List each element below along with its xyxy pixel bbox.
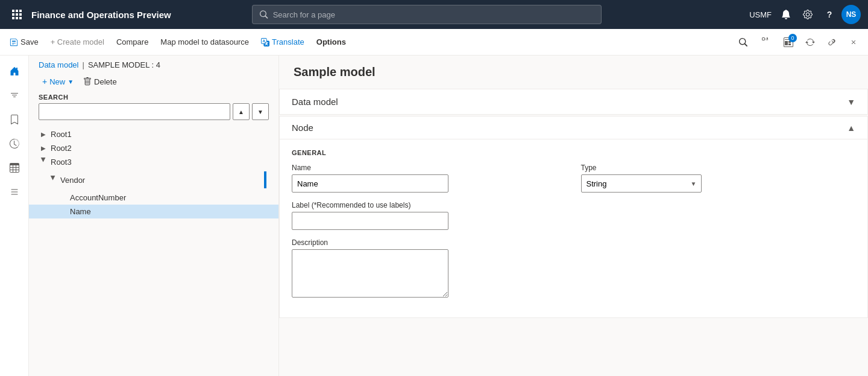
svg-rect-6: [12, 17, 14, 19]
tree-arrow-root3: ▶: [40, 158, 47, 167]
tree-item-vendor[interactable]: ▶ Vendor: [29, 169, 278, 191]
tree-item-label-accountnumber: AccountNumber: [70, 193, 269, 202]
tree-item-name[interactable]: ▶ Name: [29, 205, 278, 218]
main-toolbar: Save + Create model Compare Map model to…: [0, 29, 868, 56]
map-model-label: Map model to datasource: [160, 37, 249, 46]
label-field-label: Label (*Recommended to use labels): [292, 201, 567, 209]
options-label: Options: [316, 37, 346, 46]
delete-label: Delete: [94, 77, 117, 86]
name-field-group: Name: [292, 164, 567, 193]
search-prev-button[interactable]: ▲: [233, 103, 250, 120]
top-navigation: Finance and Operations Preview USMF ? NS: [0, 0, 868, 29]
tree-item-label-root3: Root3: [51, 158, 269, 167]
bookmark-icon-button[interactable]: [4, 109, 25, 130]
left-field-col: Name Label (*Recommended to use labels) …: [292, 164, 567, 308]
tree-item-label-root1: Root1: [51, 130, 269, 139]
tree-item-root1[interactable]: ▶ Root1: [29, 127, 278, 141]
main-layout: Data model | SAMPLE MODEL : 4 + New ▼ De…: [0, 56, 868, 376]
tree-item-label-name: Name: [70, 207, 269, 216]
help-button[interactable]: ?: [820, 5, 839, 24]
right-field-col: Type String Integer Real Boolean Date Da…: [581, 164, 856, 308]
user-avatar[interactable]: NS: [841, 5, 861, 24]
settings-button[interactable]: [798, 5, 817, 24]
tree-arrow-root2: ▶: [39, 145, 48, 151]
translate-button[interactable]: Translate: [256, 35, 309, 49]
create-model-label: + Create model: [51, 37, 104, 46]
description-field-group: Description: [292, 238, 567, 299]
share-button[interactable]: [822, 33, 841, 52]
svg-rect-0: [12, 10, 14, 12]
tree-panel: ▶ Root1 ▶ Root2 ▶ Root3 ▶ Vendor ▶ Accou…: [29, 125, 278, 376]
new-button[interactable]: + New ▼: [39, 74, 77, 89]
home-icon-button[interactable]: [4, 60, 25, 82]
general-label: GENERAL: [292, 149, 855, 156]
search-section: SEARCH ▲ ▼: [29, 94, 278, 125]
grid-menu-button[interactable]: [7, 5, 27, 24]
svg-rect-8: [19, 17, 22, 19]
page-title: Sample model: [279, 56, 868, 89]
table-icon-button[interactable]: [4, 157, 25, 179]
tree-arrow-root1: ▶: [39, 131, 48, 138]
history-icon-button[interactable]: [4, 133, 25, 155]
tree-search-input[interactable]: [39, 103, 230, 120]
left-panel: Data model | SAMPLE MODEL : 4 + New ▼ De…: [29, 56, 279, 376]
tree-item-root2[interactable]: ▶ Root2: [29, 141, 278, 155]
node-section-title: Node: [292, 123, 313, 133]
fields-row: Name Label (*Recommended to use labels) …: [292, 164, 855, 308]
search-next-button[interactable]: ▼: [252, 103, 269, 120]
tree-item-accountnumber[interactable]: ▶ AccountNumber: [29, 191, 278, 205]
global-search-input[interactable]: [273, 10, 594, 19]
compare-label: Compare: [116, 37, 148, 46]
search-row: ▲ ▼: [39, 103, 269, 120]
label-field-input[interactable]: [292, 212, 448, 230]
tree-item-root3[interactable]: ▶ Root3: [29, 155, 278, 169]
type-select[interactable]: String Integer Real Boolean Date DateTim…: [581, 174, 702, 193]
tree-item-label-root2: Root2: [51, 144, 269, 153]
data-model-section-header[interactable]: Data model ▼: [279, 89, 868, 115]
create-model-button[interactable]: + Create model: [46, 35, 109, 49]
icon-bar: [0, 56, 29, 376]
list-icon-button[interactable]: [4, 181, 25, 203]
notification-bell-button[interactable]: [776, 5, 796, 24]
node-section: Node ▲ GENERAL Name Label (*Recommended …: [279, 116, 868, 318]
drag-indicator: [264, 171, 266, 188]
breadcrumb-data-model-link[interactable]: Data model: [39, 60, 78, 69]
design-mode-button[interactable]: [757, 33, 776, 52]
global-search-bar[interactable]: [252, 5, 602, 24]
description-field-label: Description: [292, 238, 567, 247]
node-section-chevron-icon: ▲: [847, 123, 855, 133]
new-label: New: [49, 77, 65, 86]
save-label: Save: [20, 37, 39, 46]
top-nav-right: USMF ? NS: [749, 5, 861, 24]
compare-button[interactable]: Compare: [112, 35, 153, 49]
tree-item-label-vendor: Vendor: [60, 176, 262, 185]
svg-rect-7: [16, 17, 18, 19]
type-select-wrapper: String Integer Real Boolean Date DateTim…: [581, 174, 702, 193]
name-field-label: Name: [292, 164, 567, 172]
options-button[interactable]: Options: [312, 35, 351, 49]
refresh-button[interactable]: [800, 33, 820, 52]
tree-arrow-vendor: ▶: [50, 175, 57, 185]
translate-label: Translate: [272, 37, 304, 46]
breadcrumb-separator: |: [82, 60, 84, 69]
node-section-header[interactable]: Node ▲: [280, 116, 867, 139]
save-button[interactable]: Save: [5, 35, 43, 49]
filter-icon-button[interactable]: [4, 84, 25, 106]
map-model-button[interactable]: Map model to datasource: [156, 35, 254, 49]
right-panel: Sample model Data model ▼ Node ▲ GENERAL…: [279, 56, 868, 376]
data-model-section-label: Data model: [292, 97, 338, 107]
panel-toolbar: + New ▼ Delete: [29, 74, 278, 94]
search-section-label: SEARCH: [39, 94, 269, 101]
toolbar-search-button[interactable]: [734, 36, 752, 49]
breadcrumb: Data model | SAMPLE MODEL : 4: [29, 56, 278, 74]
layout-button[interactable]: 0: [779, 33, 798, 52]
description-field-textarea[interactable]: [292, 249, 448, 298]
app-title: Finance and Operations Preview: [31, 10, 171, 20]
company-code: USMF: [749, 10, 772, 19]
notification-badge: 0: [788, 34, 797, 42]
close-button[interactable]: [844, 33, 863, 52]
svg-rect-3: [12, 13, 14, 16]
delete-button[interactable]: Delete: [80, 75, 121, 89]
type-field-label: Type: [581, 164, 856, 172]
name-field-input[interactable]: [292, 174, 448, 193]
